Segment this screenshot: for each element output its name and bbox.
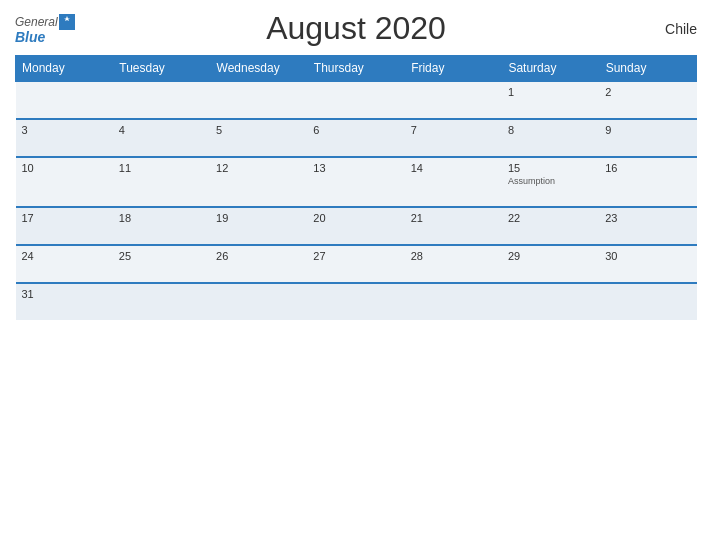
- calendar-day-cell: [405, 283, 502, 320]
- calendar-day-cell: 21: [405, 207, 502, 245]
- calendar-table: Monday Tuesday Wednesday Thursday Friday…: [15, 55, 697, 320]
- calendar-day-cell: 14: [405, 157, 502, 207]
- day-number: 15: [508, 162, 593, 174]
- calendar-week-row: 31: [16, 283, 697, 320]
- day-number: 13: [313, 162, 398, 174]
- calendar-day-cell: 3: [16, 119, 113, 157]
- calendar-day-cell: [113, 283, 210, 320]
- calendar-day-cell: [307, 283, 404, 320]
- calendar-day-cell: [502, 283, 599, 320]
- calendar-day-cell: [113, 81, 210, 119]
- day-number: 3: [22, 124, 107, 136]
- logo-flag-icon: [59, 14, 75, 30]
- calendar-day-cell: 18: [113, 207, 210, 245]
- day-number: 9: [605, 124, 690, 136]
- calendar-header: General Blue August 2020 Chile: [15, 10, 697, 47]
- calendar-day-cell: 7: [405, 119, 502, 157]
- logo-blue-text: Blue: [15, 30, 45, 44]
- calendar-day-cell: 27: [307, 245, 404, 283]
- day-number: 5: [216, 124, 301, 136]
- day-number: 2: [605, 86, 690, 98]
- calendar-day-cell: 24: [16, 245, 113, 283]
- day-number: 7: [411, 124, 496, 136]
- calendar-title: August 2020: [266, 10, 446, 47]
- calendar-day-cell: 19: [210, 207, 307, 245]
- calendar-day-cell: [16, 81, 113, 119]
- calendar-day-cell: [405, 81, 502, 119]
- day-number: 10: [22, 162, 107, 174]
- day-event: Assumption: [508, 176, 593, 186]
- day-number: 25: [119, 250, 204, 262]
- header-friday: Friday: [405, 56, 502, 82]
- header-tuesday: Tuesday: [113, 56, 210, 82]
- calendar-day-cell: 10: [16, 157, 113, 207]
- calendar-day-cell: 9: [599, 119, 696, 157]
- calendar-week-row: 24252627282930: [16, 245, 697, 283]
- calendar-day-cell: 26: [210, 245, 307, 283]
- calendar-week-row: 17181920212223: [16, 207, 697, 245]
- day-number: 20: [313, 212, 398, 224]
- calendar-day-cell: 2: [599, 81, 696, 119]
- day-number: 14: [411, 162, 496, 174]
- calendar-day-cell: 5: [210, 119, 307, 157]
- day-number: 1: [508, 86, 593, 98]
- day-number: 22: [508, 212, 593, 224]
- calendar-day-cell: 17: [16, 207, 113, 245]
- header-thursday: Thursday: [307, 56, 404, 82]
- day-number: 8: [508, 124, 593, 136]
- calendar-day-cell: [210, 283, 307, 320]
- day-number: 4: [119, 124, 204, 136]
- calendar-day-cell: 4: [113, 119, 210, 157]
- calendar-day-cell: 25: [113, 245, 210, 283]
- header-wednesday: Wednesday: [210, 56, 307, 82]
- calendar-day-cell: 23: [599, 207, 696, 245]
- header-monday: Monday: [16, 56, 113, 82]
- calendar-week-row: 3456789: [16, 119, 697, 157]
- day-number: 18: [119, 212, 204, 224]
- calendar-day-cell: 1: [502, 81, 599, 119]
- day-number: 31: [22, 288, 107, 300]
- logo: General Blue: [15, 14, 75, 44]
- calendar-day-cell: 31: [16, 283, 113, 320]
- svg-rect-1: [59, 22, 75, 30]
- day-number: 26: [216, 250, 301, 262]
- calendar-day-cell: [599, 283, 696, 320]
- calendar-day-cell: 22: [502, 207, 599, 245]
- calendar-day-cell: 20: [307, 207, 404, 245]
- day-number: 27: [313, 250, 398, 262]
- day-number: 29: [508, 250, 593, 262]
- calendar-day-cell: 16: [599, 157, 696, 207]
- calendar-day-cell: 13: [307, 157, 404, 207]
- calendar-day-cell: 30: [599, 245, 696, 283]
- day-number: 30: [605, 250, 690, 262]
- calendar-day-cell: 15Assumption: [502, 157, 599, 207]
- weekday-header-row: Monday Tuesday Wednesday Thursday Friday…: [16, 56, 697, 82]
- calendar-day-cell: 29: [502, 245, 599, 283]
- header-saturday: Saturday: [502, 56, 599, 82]
- calendar-day-cell: [307, 81, 404, 119]
- calendar-day-cell: 28: [405, 245, 502, 283]
- day-number: 6: [313, 124, 398, 136]
- calendar-container: General Blue August 2020 Chile Monday Tu…: [0, 0, 712, 550]
- calendar-week-row: 12: [16, 81, 697, 119]
- day-number: 11: [119, 162, 204, 174]
- day-number: 21: [411, 212, 496, 224]
- day-number: 24: [22, 250, 107, 262]
- calendar-day-cell: 12: [210, 157, 307, 207]
- day-number: 23: [605, 212, 690, 224]
- logo-general-text: General: [15, 16, 58, 28]
- day-number: 16: [605, 162, 690, 174]
- day-number: 17: [22, 212, 107, 224]
- calendar-day-cell: 6: [307, 119, 404, 157]
- calendar-day-cell: [210, 81, 307, 119]
- country-label: Chile: [665, 21, 697, 37]
- day-number: 19: [216, 212, 301, 224]
- calendar-day-cell: 8: [502, 119, 599, 157]
- header-sunday: Sunday: [599, 56, 696, 82]
- day-number: 12: [216, 162, 301, 174]
- calendar-day-cell: 11: [113, 157, 210, 207]
- day-number: 28: [411, 250, 496, 262]
- calendar-week-row: 101112131415Assumption16: [16, 157, 697, 207]
